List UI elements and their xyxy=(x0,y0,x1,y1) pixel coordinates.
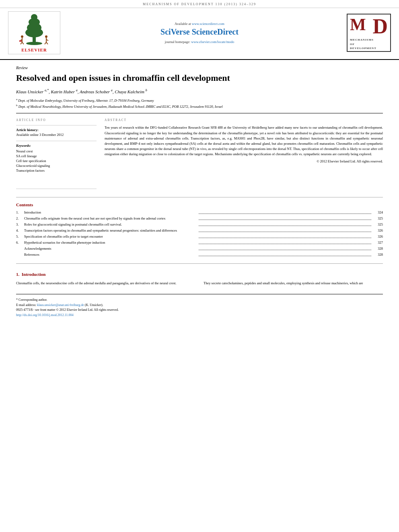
intro-col-1: Chromaffin cells, the neuroendocrine cel… xyxy=(16,281,195,286)
corresponding-note: * Corresponding author. xyxy=(16,298,383,303)
keyword-2: SA cell lineage xyxy=(16,154,97,158)
svg-rect-11 xyxy=(19,40,22,42)
article-title: Resolved and open issues in chromaffin c… xyxy=(16,72,383,84)
contents-section: Contents 1. Introduction 324 2. Chromaff… xyxy=(16,197,383,263)
two-col-section: Article Info Article history: Available … xyxy=(16,118,383,189)
introduction-section: 1. Introduction Chromaffin cells, the ne… xyxy=(16,272,383,286)
affiliations: a Dept. of Molecular Embryology, Univers… xyxy=(16,97,383,109)
authors: Klaus Unsicker a,*, Katrin Huber a, Andr… xyxy=(16,89,383,94)
introduction-title: 1. Introduction xyxy=(16,272,383,277)
elsevier-logo: ELSEVIER xyxy=(8,11,60,54)
svg-point-12 xyxy=(45,35,47,38)
divider-1 xyxy=(16,113,383,113)
contents-item-1: 1. Introduction 324 xyxy=(16,210,383,215)
available-text: Available at www.sciencedirect.com xyxy=(68,22,331,26)
svg-point-5 xyxy=(31,14,37,21)
keyword-1: Neural crest xyxy=(16,149,97,153)
issn-note: 0925-4773/$ - see front matter © 2012 El… xyxy=(16,308,383,313)
svg-line-10 xyxy=(22,42,24,44)
page-container: Mechanisms of Development 130 (2013) 324… xyxy=(0,0,399,318)
header-content: ELSEVIER Available at www.sciencedirect.… xyxy=(0,8,399,58)
history-label: Article history: xyxy=(16,128,97,132)
section-label: Review xyxy=(16,66,383,70)
article-body: Review Resolved and open issues in chrom… xyxy=(0,66,399,318)
intro-two-col: Chromaffin cells, the neuroendocrine cel… xyxy=(16,281,383,286)
md-m-letter: M xyxy=(350,16,366,33)
contents-list: 1. Introduction 324 2. Chromaffin cells … xyxy=(16,210,383,257)
contents-item-3: 3. Roles for glucocorticoid signaling in… xyxy=(16,222,383,227)
keyword-4: Glucocorticoid signaling xyxy=(16,164,97,168)
journal-homepage: journal homepage: www.elsevier.com/locat… xyxy=(68,40,331,44)
abstract-col: Abstract Ten years of research within th… xyxy=(105,118,383,189)
journal-header: Mechanisms of Development 130 (2013) 324… xyxy=(0,0,399,60)
sciencedirect-link[interactable]: www.sciencedirect.com xyxy=(192,22,224,26)
journal-homepage-link[interactable]: www.elsevier.com/locate/modo xyxy=(191,40,234,44)
contents-item-ref: References 328 xyxy=(16,253,383,257)
sciverse-title: SciVerse ScienceDirect xyxy=(68,27,331,37)
elsevier-tree-icon xyxy=(14,13,54,45)
contents-item-4: 4. Transcription factors operating in ch… xyxy=(16,228,383,233)
contents-title: Contents xyxy=(16,202,383,207)
keyword-5: Transcription factors xyxy=(16,168,97,173)
keywords-label: Keywords: xyxy=(16,144,97,148)
header-middle: Available at www.sciencedirect.com SciVe… xyxy=(60,22,339,44)
md-logo: M D Mechanisms of Development xyxy=(339,14,391,52)
svg-line-16 xyxy=(46,42,48,44)
doi-link[interactable]: http://dx.doi.org/10.1016/j.mod.2012.11.… xyxy=(16,313,73,317)
contents-item-ack: Acknowledgements 328 xyxy=(16,246,383,251)
article-info-col: Article Info Article history: Available … xyxy=(16,118,97,189)
doi-note: http://dx.doi.org/10.1016/j.mod.2012.11.… xyxy=(16,313,383,318)
article-info-heading: Article Info xyxy=(16,118,97,122)
elsevier-label: ELSEVIER xyxy=(10,47,58,52)
abstract-heading: Abstract xyxy=(105,118,383,122)
email-link[interactable]: klaus.unsicker@anat.uni-freiburg.de xyxy=(37,303,84,307)
intro-col-2: They secrete catecholamines, peptides an… xyxy=(204,281,383,286)
keyword-3: Cell fate specification xyxy=(16,159,97,163)
contents-item-5: 5. Specification of chromaffin cells pri… xyxy=(16,234,383,239)
email-note: E-mail address: klaus.unsicker@anat.uni-… xyxy=(16,303,383,308)
contents-item-6: 6. Hypothetical scenarios for chromaffin… xyxy=(16,240,383,245)
svg-point-6 xyxy=(21,35,23,38)
available-online: Available online 3 December 2012 xyxy=(16,133,97,137)
svg-point-1 xyxy=(26,42,42,45)
contents-item-2: 2. Chromaffin cells originate from the n… xyxy=(16,216,383,221)
copyright: © 2012 Elsevier Ireland Ltd. All rights … xyxy=(105,159,383,163)
md-d-letter: D xyxy=(372,16,388,37)
journal-top-bar: Mechanisms of Development 130 (2013) 324… xyxy=(0,0,399,8)
footer-notes: * Corresponding author. E-mail address: … xyxy=(16,294,383,318)
md-subtitle: Mechanisms of Development xyxy=(350,38,376,51)
abstract-text: Ten years of research within the DFG-fun… xyxy=(105,125,383,157)
